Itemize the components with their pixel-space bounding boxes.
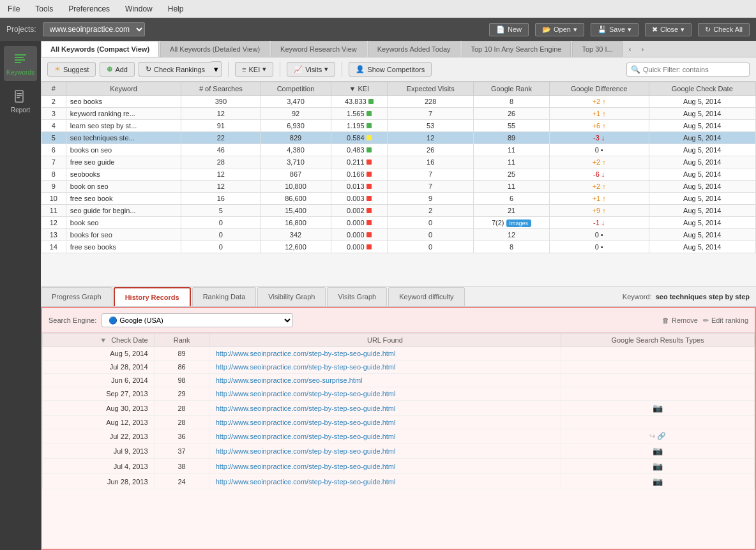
menu-file[interactable]: File: [5, 3, 22, 15]
history-row[interactable]: Jun 28, 2013 24 http://www.seoinpractice…: [43, 474, 755, 489]
cell-visits: 12: [388, 132, 474, 144]
hist-cell-url[interactable]: http://www.seoinpractice.com/seo-surpris…: [209, 374, 561, 387]
hist-cell-url[interactable]: http://www.seoinpractice.com/step-by-ste…: [209, 416, 561, 429]
sidebar: Keywords Report: [0, 41, 41, 550]
url-link[interactable]: http://www.seoinpractice.com/seo-surpris…: [216, 376, 363, 384]
engine-select[interactable]: 🔵 Google (USA): [102, 313, 293, 327]
sidebar-item-report[interactable]: Report: [4, 84, 37, 119]
url-link[interactable]: http://www.seoinpractice.com/step-by-ste…: [216, 463, 396, 470]
table-row[interactable]: 2 seo books 390 3,470 43.833 228 8 +2 ↑ …: [42, 96, 756, 108]
history-row[interactable]: Jul 9, 2013 37 http://www.seoinpractice.…: [43, 443, 755, 459]
tab-top10[interactable]: Top 10 In Any Search Engine: [462, 41, 571, 57]
col-rank[interactable]: Google Rank: [474, 82, 550, 96]
hist-cell-url[interactable]: http://www.seoinpractice.com/step-by-ste…: [209, 401, 561, 416]
add-button[interactable]: ⊕ Add: [100, 62, 135, 77]
tab-top30[interactable]: Top 30 I...: [572, 41, 622, 57]
tab-next[interactable]: ›: [636, 41, 649, 57]
menu-window[interactable]: Window: [123, 3, 155, 15]
table-row[interactable]: 13 books for seo 0 342 0.000 0 12 0 • Au…: [42, 229, 756, 241]
table-row[interactable]: 8 seobooks 12 867 0.166 7 25 -6 ↓ Aug 5,…: [42, 168, 756, 181]
remove-button[interactable]: 🗑 Remove: [662, 316, 698, 324]
history-row[interactable]: Aug 30, 2013 28 http://www.seoinpractice…: [43, 401, 755, 416]
check-rankings-dropdown[interactable]: ▾: [211, 61, 222, 77]
save-button[interactable]: 💾 Save ▾: [591, 23, 639, 36]
edit-ranking-button[interactable]: ✏ Edit ranking: [703, 316, 748, 325]
history-row[interactable]: Jun 6, 2014 98 http://www.seoinpractice.…: [43, 374, 755, 387]
col-kei[interactable]: ▼ KEI: [331, 82, 388, 96]
keywords-label: Keywords: [6, 69, 34, 76]
check-all-button[interactable]: ↻ Check All: [698, 23, 750, 36]
col-date[interactable]: Google Check Date: [649, 82, 755, 96]
col-keyword[interactable]: Keyword: [66, 82, 181, 96]
table-row[interactable]: 7 free seo guide 28 3,710 0.211 16 11 +2…: [42, 156, 756, 168]
hist-cell-date: Jul 22, 2013: [43, 429, 155, 443]
table-row[interactable]: 14 free seo books 0 12,600 0.000 0 8 0 •…: [42, 241, 756, 253]
sidebar-item-keywords[interactable]: Keywords: [4, 46, 37, 81]
bottom-tab-history[interactable]: History Records: [114, 287, 191, 306]
hist-col-url[interactable]: URL Found: [209, 334, 561, 347]
open-button[interactable]: 📂 Open ▾: [535, 23, 584, 36]
visits-button[interactable]: 📈 Visits ▾: [287, 62, 335, 77]
hist-cell-url[interactable]: http://www.seoinpractice.com/step-by-ste…: [209, 443, 561, 459]
url-link[interactable]: http://www.seoinpractice.com/step-by-ste…: [216, 350, 396, 357]
hist-cell-url[interactable]: http://www.seoinpractice.com/step-by-ste…: [209, 387, 561, 401]
hist-col-rank[interactable]: Rank: [155, 334, 209, 347]
url-link[interactable]: http://www.seoinpractice.com/step-by-ste…: [216, 405, 396, 412]
menu-preferences[interactable]: Preferences: [66, 3, 112, 15]
suggest-button[interactable]: ☀ Suggest: [47, 62, 96, 77]
history-row[interactable]: Jul 22, 2013 36 http://www.seoinpractice…: [43, 429, 755, 443]
bottom-tab-visibility[interactable]: Visibility Graph: [257, 287, 326, 306]
url-link[interactable]: http://www.seoinpractice.com/step-by-ste…: [216, 433, 396, 440]
history-scroll[interactable]: ▼ Check Date Rank URL Found Google Searc…: [42, 333, 755, 549]
url-link[interactable]: http://www.seoinpractice.com/step-by-ste…: [216, 363, 396, 371]
history-row[interactable]: Aug 12, 2013 28 http://www.seoinpractice…: [43, 416, 755, 429]
table-row[interactable]: 6 books on seo 46 4,380 0.483 26 11 0 • …: [42, 144, 756, 156]
table-row[interactable]: 3 keyword ranking re... 12 92 1.565 7 26…: [42, 108, 756, 120]
project-select[interactable]: www.seoinpractice.com: [43, 22, 145, 36]
bottom-tab-visits[interactable]: Visits Graph: [327, 287, 387, 306]
hist-cell-url[interactable]: http://www.seoinpractice.com/step-by-ste…: [209, 360, 561, 374]
history-row[interactable]: Jul 28, 2014 86 http://www.seoinpractice…: [43, 360, 755, 374]
history-row[interactable]: Aug 5, 2014 89 http://www.seoinpractice.…: [43, 347, 755, 360]
cell-keyword: seo techniques ste...: [66, 132, 181, 144]
url-link[interactable]: http://www.seoinpractice.com/step-by-ste…: [216, 390, 396, 398]
table-row[interactable]: 4 learn seo step by st... 91 6,930 1.195…: [42, 120, 756, 132]
filter-input[interactable]: [643, 66, 745, 73]
history-row[interactable]: Sep 27, 2013 29 http://www.seoinpractice…: [43, 387, 755, 401]
check-rankings-button[interactable]: ↻ Check Rankings: [139, 62, 211, 77]
hist-cell-url[interactable]: http://www.seoinpractice.com/step-by-ste…: [209, 429, 561, 443]
url-link[interactable]: http://www.seoinpractice.com/step-by-ste…: [216, 419, 396, 426]
hist-col-date[interactable]: ▼ Check Date: [43, 334, 155, 347]
bottom-tab-ranking[interactable]: Ranking Data: [192, 287, 257, 306]
table-row[interactable]: 10 free seo book 16 86,600 0.003 9 6 +1 …: [42, 193, 756, 205]
col-competition[interactable]: Competition: [261, 82, 331, 96]
menu-tools[interactable]: Tools: [33, 3, 56, 15]
kei-button[interactable]: ≡ KEI ▾: [235, 62, 273, 77]
close-button[interactable]: ✖ Close ▾: [645, 23, 692, 36]
history-row[interactable]: Jul 4, 2013 38 http://www.seoinpractice.…: [43, 459, 755, 474]
hist-cell-url[interactable]: http://www.seoinpractice.com/step-by-ste…: [209, 474, 561, 489]
keyword-table-scroll[interactable]: # Keyword # of Searches Competition ▼ KE…: [41, 82, 756, 286]
col-diff[interactable]: Google Difference: [549, 82, 649, 96]
tab-added-today[interactable]: Keywords Added Today: [368, 41, 460, 57]
tab-all-compact[interactable]: All Keywords (Compact View): [41, 41, 159, 57]
tab-all-detailed[interactable]: All Keywords (Detailed View): [160, 41, 269, 57]
tab-keyword-research[interactable]: Keyword Research View: [271, 41, 367, 57]
hist-cell-url[interactable]: http://www.seoinpractice.com/step-by-ste…: [209, 347, 561, 360]
col-searches[interactable]: # of Searches: [181, 82, 261, 96]
table-row[interactable]: 12 book seo 0 16,800 0.000 0 7(2) Images…: [42, 217, 756, 229]
hist-col-types[interactable]: Google Search Results Types: [561, 334, 755, 347]
col-visits[interactable]: Expected Visits: [388, 82, 474, 96]
menu-help[interactable]: Help: [165, 3, 186, 15]
bottom-tab-difficulty[interactable]: Keyword difficulty: [388, 287, 464, 306]
table-row[interactable]: 9 book on seo 12 10,800 0.013 7 11 +2 ↑ …: [42, 181, 756, 193]
table-row[interactable]: 5 seo techniques ste... 22 829 0.584 12 …: [42, 132, 756, 144]
table-row[interactable]: 11 seo guide for begin... 5 15,400 0.002…: [42, 205, 756, 217]
tab-prev[interactable]: ‹: [624, 41, 637, 57]
hist-cell-url[interactable]: http://www.seoinpractice.com/step-by-ste…: [209, 459, 561, 474]
url-link[interactable]: http://www.seoinpractice.com/step-by-ste…: [216, 447, 396, 455]
show-competitors-button[interactable]: 👤 Show Competitors: [349, 62, 432, 77]
new-button[interactable]: 📄 New: [489, 23, 529, 36]
url-link[interactable]: http://www.seoinpractice.com/step-by-ste…: [216, 478, 396, 486]
bottom-tab-progress[interactable]: Progress Graph: [41, 287, 112, 306]
